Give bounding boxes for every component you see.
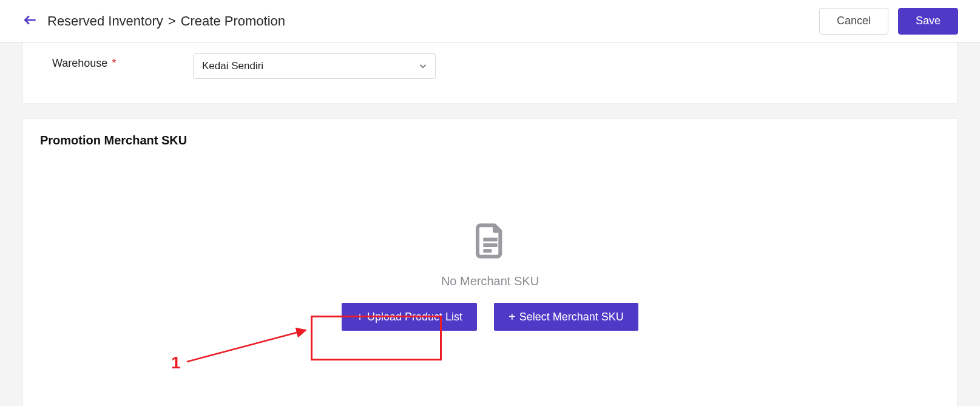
warehouse-label-text: Warehouse	[52, 57, 107, 69]
back-button[interactable]	[22, 13, 39, 30]
sku-empty-state: No Merchant SKU + Upload Product List + …	[23, 222, 957, 331]
breadcrumb-sep: >	[168, 13, 176, 29]
plus-icon: +	[509, 311, 516, 323]
upload-product-list-label: Upload Product List	[367, 311, 462, 323]
sku-card-title: Promotion Merchant SKU	[40, 134, 940, 147]
save-button[interactable]: Save	[898, 8, 958, 35]
select-merchant-sku-label: Select Merchant SKU	[519, 311, 624, 323]
warehouse-row: Warehouse *	[52, 53, 928, 79]
file-text-icon	[473, 222, 507, 262]
warehouse-card: Warehouse *	[23, 42, 957, 103]
arrow-left-icon	[22, 12, 38, 30]
warehouse-select[interactable]	[193, 53, 436, 79]
breadcrumb: Reserved Inventory > Create Promotion	[47, 13, 285, 29]
sku-empty-text: No Merchant SKU	[441, 274, 539, 288]
cancel-button[interactable]: Cancel	[819, 8, 888, 35]
breadcrumb-prev[interactable]: Reserved Inventory	[47, 13, 163, 29]
select-merchant-sku-button[interactable]: + Select Merchant SKU	[494, 303, 638, 331]
warehouse-label: Warehouse *	[52, 53, 193, 70]
page-header: Reserved Inventory > Create Promotion Ca…	[0, 0, 980, 42]
sku-card: Promotion Merchant SKU No Merchant SKU +…	[23, 119, 957, 406]
required-mark: *	[112, 57, 116, 69]
breadcrumb-current: Create Promotion	[181, 13, 285, 29]
header-actions: Cancel Save	[819, 8, 958, 35]
warehouse-select-wrap	[193, 53, 436, 79]
upload-product-list-button[interactable]: + Upload Product List	[342, 303, 477, 331]
header-left: Reserved Inventory > Create Promotion	[22, 13, 285, 30]
plus-icon: +	[356, 311, 363, 323]
sku-empty-actions: + Upload Product List + Select Merchant …	[342, 303, 638, 331]
